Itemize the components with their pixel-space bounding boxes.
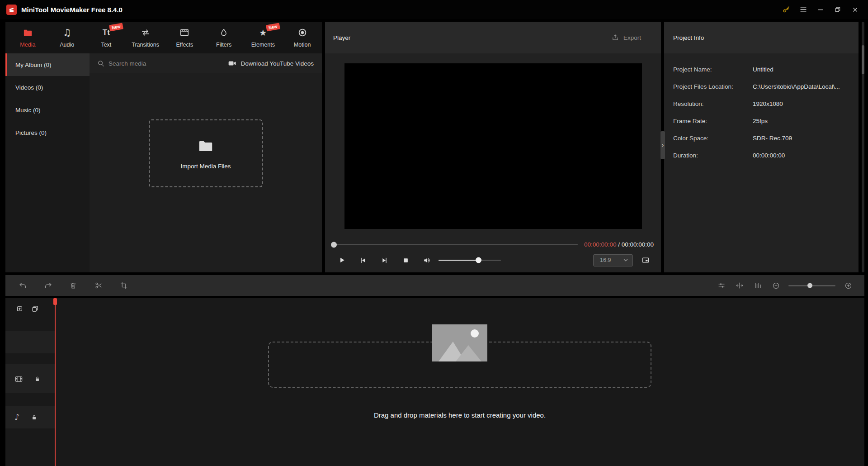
timeline-toolbar-right [713, 277, 856, 294]
video-camera-icon [228, 59, 237, 68]
volume-handle[interactable] [476, 257, 481, 263]
volume-slider[interactable] [439, 260, 501, 261]
split-button[interactable] [90, 277, 108, 294]
timeline-zoom-slider[interactable] [788, 285, 835, 286]
player-panel: Player Export 00:00:00:00 / 00:00:00:00 [325, 22, 661, 272]
zoom-out-button[interactable] [768, 277, 784, 294]
volume-button[interactable] [416, 252, 438, 269]
tab-text[interactable]: New Tt Text [87, 22, 126, 53]
timeline-canvas[interactable]: Drag and drop materials here to start cr… [55, 298, 864, 466]
audio-track-header[interactable]: ♪ [5, 406, 55, 428]
chevron-down-icon [623, 257, 629, 263]
project-info-row: Frame Rate: 25fps [673, 112, 849, 129]
tab-media[interactable]: Media [8, 22, 47, 53]
current-time: 00:00:00:00 [584, 241, 616, 248]
fit-timeline-icon [736, 281, 744, 290]
track-options-icon [717, 281, 726, 290]
key-icon [782, 5, 790, 14]
crop-button[interactable] [115, 277, 133, 294]
tab-elements[interactable]: New ★ Elements [244, 22, 283, 53]
track-height-button[interactable] [750, 277, 766, 294]
seek-bar[interactable] [332, 244, 578, 245]
seek-handle[interactable] [331, 242, 337, 247]
scrollbar-thumb[interactable] [862, 45, 864, 74]
add-track-button[interactable] [16, 305, 24, 313]
tab-motion[interactable]: Motion [283, 22, 322, 53]
download-youtube-button[interactable]: Download YouTube Videos [228, 59, 314, 68]
project-info-row: Duration: 00:00:00:00 [673, 147, 849, 164]
album-sidebar: My Album (0) Videos (0) Music (0) Pictur… [5, 53, 90, 272]
track-header-column: ♪ [5, 298, 55, 466]
project-field-label: Color Space: [673, 135, 753, 142]
export-button[interactable]: Export [611, 33, 641, 42]
project-info-row: Color Space: SDR- Rec.709 [673, 129, 849, 147]
fullscreen-button[interactable] [637, 252, 655, 269]
previous-frame-button[interactable] [353, 252, 374, 269]
media-content: Search media Download YouTube Videos [90, 53, 322, 272]
search-media-field[interactable]: Search media [98, 60, 146, 67]
sidebar-item-label: My Album (0) [15, 62, 52, 68]
new-badge: New [109, 23, 123, 32]
project-info-wrap: › Project Info Project Name: Untitled Pr… [664, 22, 859, 272]
project-info-title: Project Info [673, 34, 704, 41]
volume-fill [439, 260, 478, 261]
sidebar-item-music[interactable]: Music (0) [5, 99, 90, 121]
collapse-panel-handle[interactable]: › [660, 131, 665, 159]
undo-button[interactable] [14, 277, 32, 294]
register-key-button[interactable] [778, 2, 795, 17]
import-media-button[interactable]: Import Media Files [149, 119, 263, 187]
search-placeholder: Search media [108, 60, 146, 67]
sidebar-item-pictures[interactable]: Pictures (0) [5, 121, 90, 144]
seek-row: 00:00:00:00 / 00:00:00:00 [325, 237, 661, 248]
timeline-dropzone[interactable] [268, 342, 651, 388]
vertical-scrollbar[interactable] [862, 22, 864, 272]
manage-tracks-button[interactable] [31, 305, 39, 313]
app-title: MiniTool MovieMaker Free 8.4.0 [21, 6, 123, 14]
playhead-handle[interactable] [53, 298, 57, 305]
menu-button[interactable] [795, 2, 812, 17]
minimize-icon [817, 6, 824, 13]
restore-icon [834, 6, 841, 13]
new-badge: New [266, 23, 280, 32]
tab-audio[interactable]: ♫ Audio [47, 22, 87, 53]
project-info-header: Project Info [664, 22, 859, 53]
sidebar-item-videos[interactable]: Videos (0) [5, 76, 90, 99]
zoom-handle[interactable] [807, 283, 812, 288]
close-button[interactable] [846, 2, 863, 17]
folder-icon [23, 27, 33, 38]
project-field-value: Untitled [753, 66, 774, 73]
track-options-button[interactable] [713, 277, 730, 294]
lock-icon[interactable] [34, 376, 41, 382]
dropzone-hint-text: Drag and drop materials here to start cr… [55, 411, 864, 419]
tab-transitions[interactable]: Transitions [126, 22, 165, 53]
next-frame-button[interactable] [374, 252, 395, 269]
play-button[interactable] [331, 252, 353, 269]
zoom-in-button[interactable] [840, 277, 856, 294]
droplet-icon [219, 27, 229, 38]
download-youtube-label: Download YouTube Videos [241, 60, 314, 67]
project-field-label: Resolution: [673, 100, 753, 107]
skip-forward-icon [381, 257, 388, 264]
text-icon: Tt [103, 27, 110, 38]
tab-label: Effects [176, 42, 193, 48]
redo-icon [44, 281, 52, 290]
tab-label: Media [20, 42, 35, 48]
minimize-button[interactable] [812, 2, 829, 17]
tab-effects[interactable]: Effects [165, 22, 204, 53]
plus-circle-icon [844, 282, 852, 290]
lock-icon[interactable] [31, 414, 38, 421]
video-track-header[interactable] [5, 364, 55, 393]
redo-button[interactable] [39, 277, 57, 294]
star-icon: ★ [259, 27, 267, 38]
sidebar-item-my-album[interactable]: My Album (0) [5, 53, 90, 76]
tab-filters[interactable]: Filters [204, 22, 244, 53]
fit-timeline-button[interactable] [731, 277, 748, 294]
playhead[interactable] [55, 298, 56, 466]
titlebar: MiniTool MovieMaker Free 8.4.0 [0, 0, 868, 19]
aspect-ratio-select[interactable]: 16:9 [593, 254, 633, 266]
maximize-button[interactable] [829, 2, 846, 17]
tab-label: Text [101, 42, 111, 48]
delete-button[interactable] [64, 277, 82, 294]
music-note-icon: ♪ [14, 413, 20, 421]
stop-button[interactable] [395, 252, 416, 269]
